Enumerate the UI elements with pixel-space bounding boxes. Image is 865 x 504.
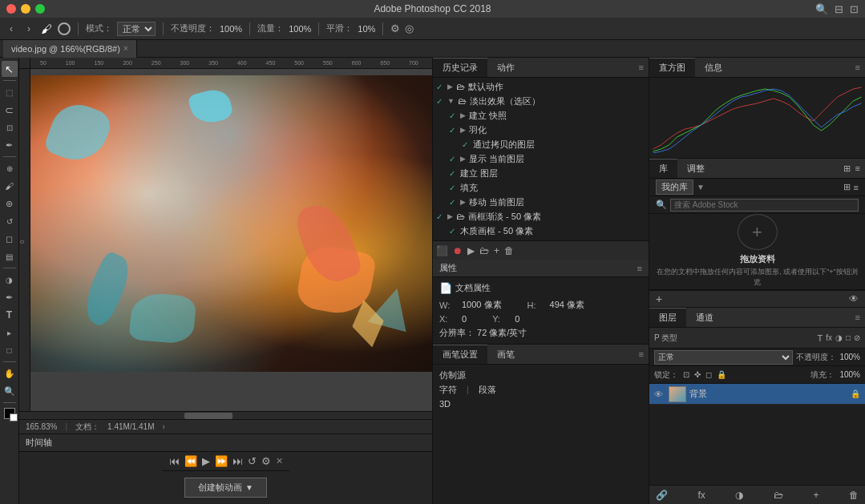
layers-mode-select[interactable]: 正常: [654, 350, 793, 365]
spot-heal-tool[interactable]: ⊕: [2, 160, 18, 176]
shape-tool[interactable]: □: [2, 342, 18, 358]
move-tool[interactable]: ↖: [2, 61, 18, 77]
tab-brush-settings[interactable]: 画笔设置: [433, 345, 487, 364]
timeline-loop-btn[interactable]: ↺: [248, 455, 257, 467]
pen-tool[interactable]: ✒: [2, 289, 18, 305]
timeline-start-btn[interactable]: ⏮: [169, 455, 180, 467]
tab-layers[interactable]: 图层: [649, 308, 686, 327]
file-tab[interactable]: video.jpg @ 166%(RGB/8#) ×: [3, 40, 137, 58]
brush-tool[interactable]: 🖌: [2, 178, 18, 194]
action-row-6[interactable]: ✓ 建立 图层: [433, 166, 649, 180]
action-record-icon[interactable]: ⏺: [453, 245, 463, 256]
maximize-button[interactable]: [35, 4, 45, 14]
crop-tool[interactable]: ⊡: [2, 119, 18, 135]
action-row-5[interactable]: ✓ ▶ 显示 当前图层: [433, 151, 649, 166]
action-play-icon[interactable]: ▶: [467, 245, 475, 256]
fx-icon[interactable]: fx: [826, 333, 832, 342]
action-row-2[interactable]: ✓ ▶ 建立 快照: [433, 108, 649, 123]
action-row-7[interactable]: ✓ 填充: [433, 180, 649, 195]
hand-tool[interactable]: ✋: [2, 365, 18, 381]
add-mask-icon[interactable]: ◑: [735, 490, 743, 501]
action-delete-icon[interactable]: 🗑: [504, 245, 514, 256]
tab-close[interactable]: ×: [123, 44, 128, 53]
new-layer-icon[interactable]: +: [813, 490, 819, 501]
clone-tool[interactable]: ⊛: [2, 196, 18, 212]
search-icon[interactable]: 🔍: [815, 3, 828, 15]
action-folder-icon[interactable]: 🗁: [479, 245, 489, 256]
tab-history[interactable]: 历史记录: [433, 58, 487, 77]
library-eye-icon[interactable]: 👁: [849, 293, 859, 304]
stock-search-input[interactable]: [670, 199, 859, 212]
library-dropdown-icon[interactable]: ▼: [697, 183, 705, 192]
window-icon[interactable]: ⊟: [835, 3, 843, 15]
add-library-icon[interactable]: +: [656, 292, 662, 305]
dodge-tool[interactable]: ◑: [2, 272, 18, 288]
brush-panel-menu[interactable]: ≡: [634, 345, 649, 364]
link-layers-icon[interactable]: 🔗: [656, 490, 668, 501]
mode-select[interactable]: 正常: [117, 22, 156, 36]
panel-menu-icon[interactable]: ≡: [634, 58, 649, 77]
tab-channels[interactable]: 通道: [686, 308, 723, 327]
histogram-menu-icon[interactable]: ≡: [851, 58, 865, 77]
type-tool[interactable]: T: [2, 307, 18, 323]
smart-icon[interactable]: □: [846, 333, 851, 342]
background-color[interactable]: [10, 413, 18, 421]
layers-menu-icon[interactable]: ≡: [851, 308, 865, 327]
timeline-prev-btn[interactable]: ⏪: [184, 455, 197, 467]
path-selection-tool[interactable]: ▸: [2, 325, 18, 341]
action-row-1[interactable]: ✓ ▼ 🗁 淡出效果（选区）: [433, 94, 649, 108]
gradient-tool[interactable]: ▤: [2, 248, 18, 264]
lock-pixel-icon[interactable]: ⊡: [683, 370, 689, 379]
selection-tool[interactable]: ⬚: [2, 84, 18, 100]
t-icon[interactable]: T: [817, 333, 823, 343]
eyedropper-tool[interactable]: ✒: [2, 137, 18, 153]
library-grid-icon[interactable]: ⊞: [843, 182, 851, 192]
action-row-8[interactable]: ✓ ▶ 移动 当前图层: [433, 195, 649, 209]
filter-icon[interactable]: ⊘: [854, 333, 860, 342]
timeline-settings-btn[interactable]: ⚙: [261, 455, 271, 467]
foreground-color[interactable]: [4, 408, 15, 419]
tab-library[interactable]: 库: [649, 159, 677, 178]
props-menu-icon[interactable]: ≡: [637, 264, 642, 273]
horizontal-scrollbar[interactable]: [19, 411, 432, 419]
back-button[interactable]: ‹: [5, 22, 18, 35]
action-row-3[interactable]: ✓ ▶ 羽化: [433, 123, 649, 137]
action-stop-icon[interactable]: ⬛: [436, 245, 448, 256]
timeline-end-btn[interactable]: ⏭: [232, 455, 243, 467]
timeline-delete-btn[interactable]: ✕: [276, 456, 283, 466]
tab-brush[interactable]: 画笔: [487, 345, 524, 364]
add-style-icon[interactable]: fx: [698, 490, 705, 501]
tab-adjustments[interactable]: 调整: [677, 159, 714, 178]
create-animation-button[interactable]: 创建帧动画 ▼: [184, 478, 267, 498]
airbrush-icon[interactable]: ◎: [405, 22, 414, 34]
library-name-btn[interactable]: 我的库: [656, 179, 693, 195]
adj-icon[interactable]: ◑: [835, 333, 843, 342]
tab-action[interactable]: 动作: [487, 58, 524, 77]
action-row-10[interactable]: ✓ 木质画框 - 50 像素: [433, 224, 649, 238]
minimize-button[interactable]: [21, 4, 30, 14]
layer-eye-bg[interactable]: 👁: [654, 389, 665, 399]
forward-button[interactable]: ›: [22, 22, 35, 35]
settings-icon[interactable]: ⚙: [390, 22, 400, 34]
create-anim-dropdown-icon[interactable]: ▼: [245, 483, 253, 492]
lasso-tool[interactable]: ⊂: [2, 102, 18, 118]
action-row-9[interactable]: ✓ ▶ 🗁 画框渐淡 - 50 像素: [433, 209, 649, 224]
grid-view-icon[interactable]: ⊞: [843, 163, 851, 174]
canvas-scroll-area[interactable]: [30, 69, 432, 411]
new-group-icon[interactable]: 🗁: [774, 490, 783, 501]
tab-info[interactable]: 信息: [695, 58, 732, 77]
timeline-next-btn[interactable]: ⏩: [215, 455, 228, 467]
action-new-icon[interactable]: +: [494, 245, 499, 256]
fullscreen-icon[interactable]: ⊡: [850, 3, 859, 15]
scroll-thumb-h[interactable]: [184, 413, 232, 419]
delete-layer-icon[interactable]: 🗑: [849, 490, 859, 501]
lock-all-icon[interactable]: 🔒: [717, 370, 726, 379]
eraser-tool[interactable]: ◻: [2, 231, 18, 247]
close-button[interactable]: [6, 4, 16, 14]
lock-pos-icon[interactable]: ✜: [694, 370, 701, 379]
zoom-tool[interactable]: 🔍: [2, 383, 18, 399]
history-brush-tool[interactable]: ↺: [2, 213, 18, 229]
lock-art-icon[interactable]: ◻: [705, 370, 712, 379]
tab-histogram[interactable]: 直方图: [649, 58, 695, 77]
action-row-4[interactable]: ✓ 通过拷贝的图层: [433, 137, 649, 151]
